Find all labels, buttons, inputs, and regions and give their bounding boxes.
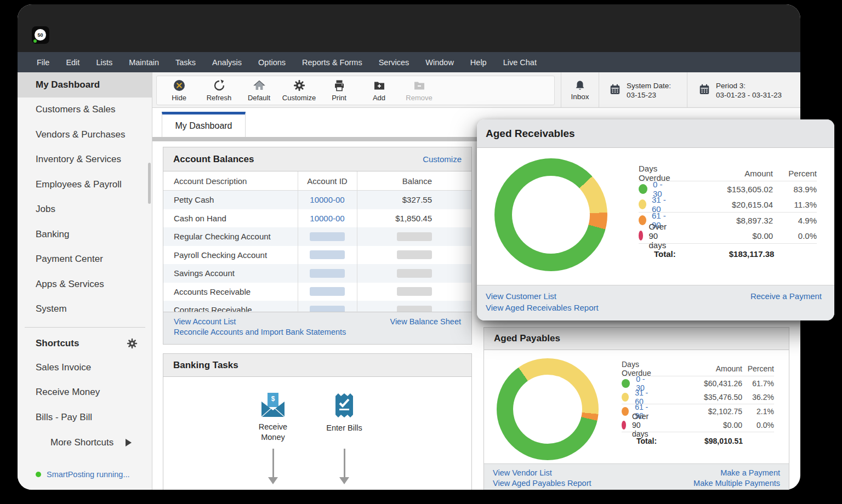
- inbox-label: Inbox: [571, 93, 589, 101]
- bucket-dot: [639, 184, 647, 194]
- sidebar-scrollbar[interactable]: [148, 163, 151, 204]
- col-percent: Percent: [742, 364, 774, 373]
- sidebar-item-jobs[interactable]: Jobs: [18, 197, 152, 222]
- make-multiple-payments-link[interactable]: Make Multiple Payments: [693, 479, 780, 488]
- shortcut-bills-pay-bill[interactable]: Bills - Pay Bill: [18, 405, 152, 430]
- sidebar-item-apps-services[interactable]: Apps & Services: [18, 272, 152, 297]
- menu-lists[interactable]: Lists: [88, 58, 121, 67]
- bucket-dot: [622, 393, 629, 402]
- account-id-link[interactable]: 10000-00: [310, 214, 344, 223]
- refresh-label: Refresh: [207, 94, 232, 102]
- refresh-button[interactable]: Refresh: [199, 79, 239, 102]
- banking-tasks-title: Banking Tasks: [173, 360, 238, 371]
- menu-help[interactable]: Help: [462, 58, 495, 67]
- aged-table-header: Days Overdue Amount Percent: [639, 165, 817, 181]
- receive-money-task[interactable]: $ ReceiveMoney: [237, 392, 309, 443]
- bucket-dot: [622, 421, 626, 429]
- inbox-button[interactable]: Inbox: [561, 72, 599, 108]
- period-control[interactable]: Period 3: 03-01-23 - 03-31-23: [687, 72, 800, 108]
- table-row: Savings Account: [163, 264, 471, 283]
- hide-button[interactable]: Hide: [159, 79, 199, 102]
- bucket-amount: $2,102.75: [655, 407, 742, 416]
- masked-balance: [397, 232, 432, 241]
- view-aged-receivables-report-link[interactable]: View Aged Receivables Report: [486, 303, 599, 312]
- shortcut-sales-invoice[interactable]: Sales Invoice: [18, 355, 152, 380]
- aged-payables-title: Aged Payables: [494, 333, 560, 344]
- view-vendor-list-link[interactable]: View Vendor List: [493, 468, 552, 477]
- make-a-payment-link[interactable]: Make a Payment: [720, 468, 780, 477]
- sage50-logo-text: 50: [35, 29, 46, 41]
- sidebar-item-label: Banking: [36, 229, 69, 240]
- arrow-down-icon: [339, 449, 350, 484]
- sidebar-item-payment-center[interactable]: Payment Center: [18, 247, 152, 272]
- menu-analysis[interactable]: Analysis: [204, 58, 250, 67]
- title-bar: 50: [18, 4, 800, 52]
- bucket-percent: 61.7%: [742, 379, 774, 388]
- aged-total-row: Total: $183,117.38: [639, 244, 817, 264]
- default-button[interactable]: Default: [239, 79, 279, 102]
- bucket-dot: [639, 199, 646, 209]
- total-label: Total:: [636, 437, 657, 445]
- menu-options[interactable]: Options: [250, 58, 294, 67]
- menu-window[interactable]: Window: [417, 58, 462, 67]
- total-label: Total:: [654, 249, 676, 259]
- view-customer-list-link[interactable]: View Customer List: [486, 291, 556, 301]
- sidebar-item-label: Payment Center: [36, 254, 103, 265]
- aged-row-over-90: Over 90 days $0.00 0.0%: [639, 228, 817, 243]
- add-button[interactable]: Add: [359, 79, 399, 102]
- menu-maintain[interactable]: Maintain: [121, 58, 167, 67]
- tab-my-dashboard[interactable]: My Dashboard: [162, 112, 246, 137]
- tab-label: My Dashboard: [175, 121, 232, 131]
- bucket-percent: 2.1%: [742, 407, 774, 416]
- shortcuts-settings-icon[interactable]: [126, 337, 138, 350]
- menu-reports-forms[interactable]: Reports & Forms: [294, 58, 371, 67]
- sidebar-item-vendors-purchases[interactable]: Vendors & Purchases: [18, 122, 152, 147]
- column-divider: [298, 171, 298, 313]
- account-id-link[interactable]: 10000-00: [310, 195, 344, 204]
- account-balances-panel: Account Balances Customize Account Descr…: [163, 147, 472, 345]
- receive-a-payment-link[interactable]: Receive a Payment: [750, 291, 822, 301]
- bucket-amount: $8,897.32: [672, 216, 773, 225]
- arrow-down-icon: [268, 449, 278, 484]
- print-button[interactable]: Print: [319, 79, 359, 102]
- aged-table-header: Days Overdue Amount Percent: [622, 362, 774, 376]
- sidebar-item-system[interactable]: System: [18, 297, 152, 322]
- view-account-list-link[interactable]: View Account List: [174, 317, 236, 326]
- account-description: Accounts Receivable: [163, 287, 298, 296]
- bucket-amount: $0.00: [672, 231, 773, 240]
- customize-link[interactable]: Customize: [423, 154, 462, 164]
- total-amount: $98,010.51: [657, 437, 743, 445]
- sidebar-item-label: Jobs: [36, 204, 55, 215]
- sidebar-item-my-dashboard[interactable]: My Dashboard: [18, 72, 152, 98]
- more-shortcuts-label: More Shortcuts: [50, 437, 113, 448]
- bucket-amount: $35,476.50: [655, 393, 742, 402]
- account-description: Payroll Checking Account: [163, 250, 298, 260]
- masked-account-id: [310, 287, 345, 296]
- table-row: Payroll Checking Account: [163, 246, 471, 265]
- system-date-control[interactable]: System Date: 03-15-23: [599, 72, 687, 108]
- more-shortcuts-button[interactable]: More Shortcuts: [18, 430, 152, 455]
- shortcut-label: Bills - Pay Bill: [36, 412, 92, 423]
- reconcile-accounts-link[interactable]: Reconcile Accounts and Import Bank State…: [174, 328, 346, 336]
- view-balance-sheet-link[interactable]: View Balance Sheet: [390, 317, 461, 326]
- menu-edit[interactable]: Edit: [58, 58, 88, 67]
- shortcut-receive-money[interactable]: Receive Money: [18, 380, 152, 405]
- smartposting-status[interactable]: SmartPosting running...: [36, 470, 130, 479]
- menu-tasks[interactable]: Tasks: [167, 58, 204, 67]
- account-description: Cash on Hand: [163, 214, 298, 223]
- sage50-logo: 50: [32, 26, 49, 44]
- aged-payables-header: Aged Payables: [484, 328, 789, 350]
- menu-file[interactable]: File: [29, 58, 58, 67]
- menu-live-chat[interactable]: Live Chat: [495, 58, 545, 67]
- sidebar-item-customers-sales[interactable]: Customers & Sales: [18, 98, 152, 123]
- sidebar-item-inventory-services[interactable]: Inventory & Services: [18, 147, 152, 173]
- view-aged-payables-report-link[interactable]: View Aged Payables Report: [493, 479, 591, 488]
- sidebar-item-banking[interactable]: Banking: [18, 222, 152, 247]
- col-amount: Amount: [672, 169, 773, 178]
- enter-bills-task[interactable]: Enter Bills: [309, 392, 380, 433]
- gear-icon: [293, 79, 306, 92]
- customize-button[interactable]: Customize: [279, 79, 319, 102]
- shortcut-label: Receive Money: [36, 387, 100, 398]
- menu-services[interactable]: Services: [371, 58, 418, 67]
- sidebar-item-employees-payroll[interactable]: Employees & Payroll: [18, 172, 152, 197]
